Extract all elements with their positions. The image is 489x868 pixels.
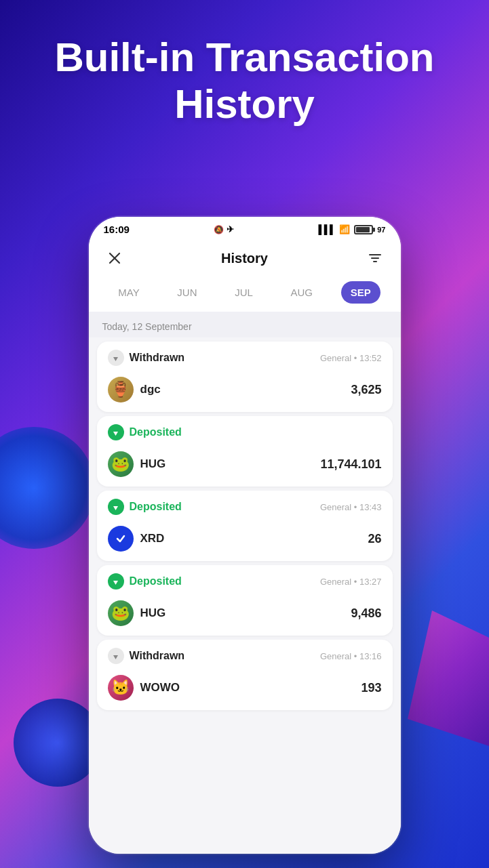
month-tab-jul[interactable]: JUL — [225, 281, 262, 304]
month-tab-may[interactable]: MAY — [109, 281, 149, 304]
tx-meta-2: General • 13:43 — [320, 502, 382, 512]
tx-header-2: DepositedGeneral • 13:43 — [97, 491, 393, 519]
status-time: 16:09 — [104, 224, 130, 235]
coin-icon-1: 🐸 — [108, 451, 134, 477]
coin-name-4: WOWO — [140, 681, 180, 695]
date-header: Today, 12 September — [89, 312, 401, 337]
tx-row-1: 🐸HUG11,744.101 — [97, 445, 393, 487]
coin-amount-3: 9,486 — [351, 606, 381, 621]
status-right-icons: ▌▌▌ 📶 97 — [319, 224, 386, 234]
withdrawn-icon — [108, 350, 124, 366]
month-tab-jun[interactable]: JUN — [168, 281, 206, 304]
battery-icon — [354, 225, 373, 234]
transaction-group-1[interactable]: Deposited🐸HUG11,744.101 — [97, 416, 393, 487]
transaction-group-4[interactable]: WithdrawnGeneral • 13:16🐱WOWO193 — [97, 640, 393, 710]
coin-amount-0: 3,625 — [351, 383, 381, 397]
decorative-blob-left — [0, 427, 95, 549]
svg-point-5 — [114, 532, 128, 545]
tx-meta-0: General • 13:52 — [320, 353, 382, 363]
tx-type-2: Deposited — [108, 499, 182, 515]
coin-name-0: dgc — [140, 383, 161, 396]
hero-title: Built-in Transaction History — [0, 0, 489, 148]
tx-coin-3: 🐸HUG — [108, 600, 166, 626]
tx-coin-1: 🐸HUG — [108, 451, 166, 477]
status-left-icons: 🔕 ✈ — [214, 224, 234, 234]
tx-row-0: 🏺dgc3,625 — [97, 370, 393, 412]
coin-icon-3: 🐸 — [108, 600, 134, 626]
tx-meta-4: General • 13:16 — [320, 651, 382, 661]
coin-name-3: HUG — [140, 606, 166, 620]
coin-icon-2 — [108, 526, 134, 552]
deposited-icon — [108, 499, 124, 515]
deposited-icon — [108, 424, 124, 440]
phone-mockup: 16:09 🔕 ✈ ▌▌▌ 📶 97 History — [89, 217, 401, 854]
tx-coin-0: 🏺dgc — [108, 377, 161, 402]
app-header: History — [89, 238, 401, 277]
tx-coin-2: XRD — [108, 526, 165, 552]
battery-fill — [356, 227, 370, 232]
tx-coin-4: 🐱WOWO — [108, 675, 180, 701]
coin-name-1: HUG — [140, 457, 166, 471]
screen-title: History — [221, 251, 268, 266]
tx-type-4: Withdrawn — [108, 648, 185, 664]
close-button[interactable] — [102, 246, 127, 270]
month-tab-sep[interactable]: SEP — [341, 281, 380, 304]
coin-icon-0: 🏺 — [108, 377, 134, 402]
wifi-icon: 📶 — [339, 224, 350, 234]
tx-meta-3: General • 13:27 — [320, 577, 382, 587]
coin-amount-2: 26 — [368, 532, 381, 546]
filter-button[interactable] — [363, 246, 387, 270]
coin-amount-4: 193 — [361, 681, 381, 695]
transaction-group-0[interactable]: WithdrawnGeneral • 13:52🏺dgc3,625 — [97, 342, 393, 412]
coin-name-2: XRD — [140, 532, 165, 545]
deposited-icon — [108, 573, 124, 590]
tx-row-4: 🐱WOWO193 — [97, 668, 393, 710]
tx-row-2: XRD26 — [97, 519, 393, 561]
alarm-icon: 🔕 — [214, 225, 224, 234]
decorative-blob-bottom-right — [408, 611, 489, 746]
signal-icon: ▌▌▌ — [319, 224, 336, 234]
tx-type-0: Withdrawn — [108, 350, 185, 366]
tx-type-1: Deposited — [108, 424, 182, 440]
tx-header-3: DepositedGeneral • 13:27 — [97, 565, 393, 594]
transaction-group-3[interactable]: DepositedGeneral • 13:27🐸HUG9,486 — [97, 565, 393, 636]
withdrawn-icon — [108, 648, 124, 664]
transaction-group-2[interactable]: DepositedGeneral • 13:43XRD26 — [97, 491, 393, 561]
tx-type-3: Deposited — [108, 573, 182, 590]
month-tab-aug[interactable]: AUG — [281, 281, 323, 304]
telegram-icon: ✈ — [227, 224, 234, 234]
tx-header-0: WithdrawnGeneral • 13:52 — [97, 342, 393, 370]
tx-header-1: Deposited — [97, 416, 393, 445]
coin-amount-1: 11,744.101 — [320, 457, 381, 472]
tx-row-3: 🐸HUG9,486 — [97, 594, 393, 636]
transaction-list: Today, 12 September WithdrawnGeneral • 1… — [89, 312, 401, 854]
tx-header-4: WithdrawnGeneral • 13:16 — [97, 640, 393, 668]
status-bar: 16:09 🔕 ✈ ▌▌▌ 📶 97 — [89, 217, 401, 238]
battery-pct: 97 — [377, 226, 385, 234]
month-tabs: MAYJUNJULAUGSEP — [89, 277, 401, 312]
coin-icon-4: 🐱 — [108, 675, 134, 701]
